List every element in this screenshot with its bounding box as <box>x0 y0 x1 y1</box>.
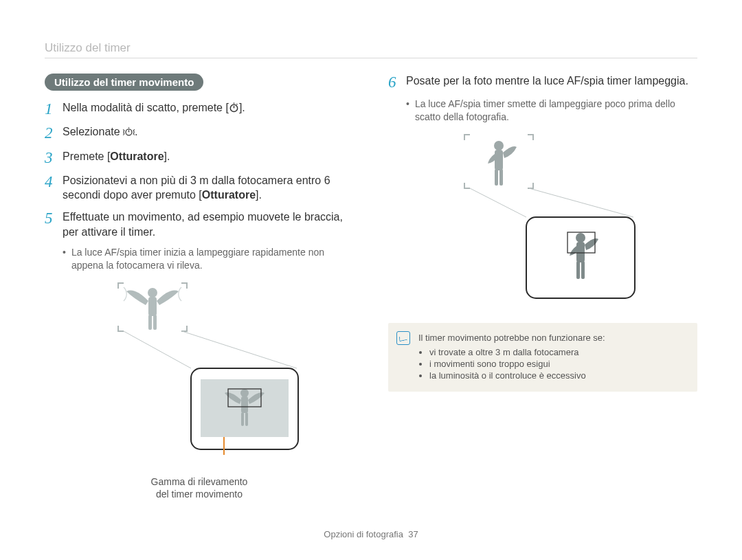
note-item: vi trovate a oltre 3 m dalla fotocamera <box>429 347 688 357</box>
diagram-caption: Gamma di rilevamento del timer movimento <box>45 475 354 500</box>
svg-rect-17 <box>499 169 503 186</box>
motion-timer-icon <box>123 126 135 137</box>
step-3: 3 Premete [Otturatore]. <box>45 149 354 166</box>
footer-section: Opzioni di fotografia <box>324 529 403 539</box>
pose-diagram <box>440 129 646 308</box>
svg-rect-16 <box>495 169 498 186</box>
caption-line1: Gamma di rilevamento <box>151 476 248 487</box>
svg-rect-9 <box>241 396 248 413</box>
step-text: Posizionatevi a non più di 3 m dalla fot… <box>63 173 354 203</box>
step-6-bullet: La luce AF/spia timer smette di lampeggi… <box>406 98 697 124</box>
svg-rect-15 <box>495 150 503 170</box>
step-2: 2 Selezionate . <box>45 124 354 142</box>
step-number: 3 <box>45 149 63 166</box>
svg-line-4 <box>124 331 191 368</box>
svg-point-14 <box>494 141 504 150</box>
step-4: 4 Posizionatevi a non più di 3 m dalla f… <box>45 173 354 203</box>
svg-point-0 <box>148 288 157 298</box>
step-text: Nella modalità di scatto, premete []. <box>63 100 245 115</box>
note-item: la luminosità o il controluce è eccessiv… <box>429 370 688 381</box>
step-number: 2 <box>45 124 63 142</box>
note-title: Il timer movimento potrebbe non funziona… <box>418 333 605 343</box>
step-text: Effettuate un movimento, ad esempio muov… <box>63 210 354 239</box>
svg-point-8 <box>240 389 249 397</box>
svg-rect-3 <box>153 315 157 330</box>
page-header-title: Utilizzo del timer <box>45 41 697 55</box>
step-text: Selezionate . <box>63 124 138 139</box>
step-number: 5 <box>45 210 63 227</box>
footer-page-number: 37 <box>408 529 418 539</box>
step-number: 4 <box>45 173 63 190</box>
step-text: Premete [Otturatore]. <box>63 149 170 164</box>
step-text: Posate per la foto mentre la luce AF/spi… <box>406 74 688 89</box>
svg-rect-11 <box>245 412 248 426</box>
svg-line-19 <box>529 188 633 217</box>
svg-rect-2 <box>148 315 152 330</box>
note-icon <box>396 331 410 345</box>
svg-line-18 <box>470 188 526 217</box>
page-footer: Opzioni di fotografia 37 <box>45 522 697 539</box>
svg-rect-10 <box>241 412 244 426</box>
right-column: 6 Posate per la foto mentre la luce AF/s… <box>388 74 697 522</box>
timer-icon <box>229 102 239 113</box>
svg-rect-22 <box>576 242 585 262</box>
section-pill: Utilizzo del timer movimento <box>45 74 203 91</box>
left-column: Utilizzo del timer movimento 1 Nella mod… <box>45 74 354 522</box>
svg-rect-1 <box>148 297 157 316</box>
step-number: 1 <box>45 100 63 117</box>
step-5-bullet: La luce AF/spia timer inizia a lampeggia… <box>63 246 354 272</box>
svg-rect-23 <box>576 261 580 279</box>
step-5: 5 Effettuate un movimento, ad esempio mu… <box>45 210 354 239</box>
step-1: 1 Nella modalità di scatto, premete []. <box>45 100 354 117</box>
header-rule <box>45 58 697 58</box>
note-item: i movimenti sono troppo esigui <box>429 359 688 369</box>
svg-line-5 <box>182 331 297 368</box>
step-6: 6 Posate per la foto mentre la luce AF/s… <box>388 74 697 91</box>
svg-point-21 <box>576 233 585 243</box>
note-list: vi trovate a oltre 3 m dalla fotocamera … <box>418 347 688 381</box>
step-number: 6 <box>388 74 406 91</box>
detection-range-diagram <box>96 278 302 470</box>
note-box: Il timer movimento potrebbe non funziona… <box>388 323 697 392</box>
caption-line2: del timer movimento <box>156 489 243 500</box>
svg-rect-24 <box>581 261 585 279</box>
